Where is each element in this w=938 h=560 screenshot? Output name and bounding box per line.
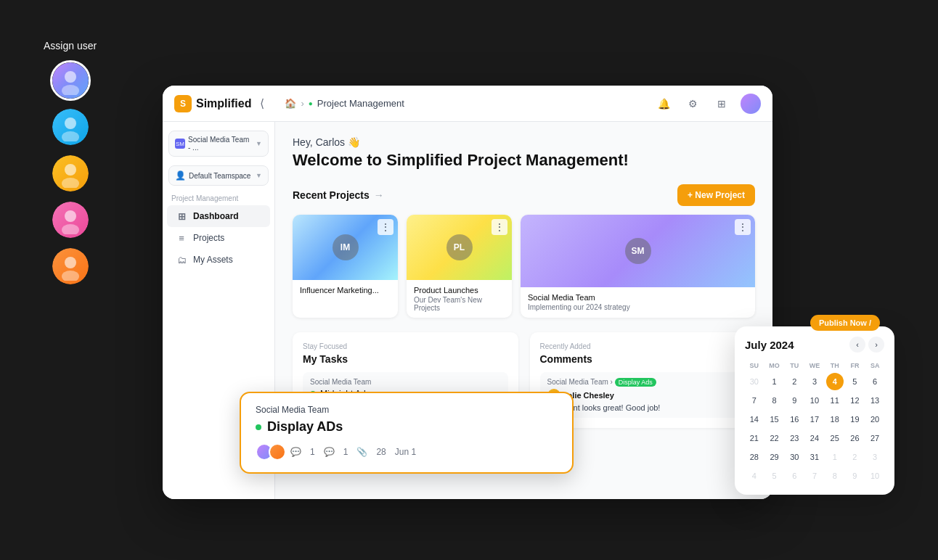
publish-now-badge[interactable]: Publish Now / (810, 315, 880, 331)
project-card-body-im: Influencer Marketing... (293, 280, 398, 302)
projects-grid: IM ⋮ Influencer Marketing... PL ⋮ (293, 215, 755, 318)
fc-date: Jun 1 (395, 447, 416, 457)
cal-day-30[interactable]: 30 (786, 448, 803, 466)
cal-day-aug1[interactable]: 1 (826, 448, 844, 466)
cal-day-27[interactable]: 27 (866, 429, 884, 447)
notifications-icon[interactable]: 🔔 (653, 94, 674, 114)
svg-point-8 (65, 257, 76, 268)
cal-day-1[interactable]: 1 (766, 373, 783, 390)
cal-day-14[interactable]: 14 (746, 411, 763, 428)
calendar-grid: SU MO TU WE TH FR SA 30 1 2 3 4 5 6 7 8 … (745, 360, 884, 485)
cal-day-6[interactable]: 6 (866, 373, 884, 390)
project-menu-btn-im[interactable]: ⋮ (378, 219, 393, 235)
task-team-label: Social Media Team (310, 378, 501, 386)
project-card-pl[interactable]: PL ⋮ Product Launches Our Dev Team's New… (407, 215, 512, 318)
cal-day-aug5[interactable]: 5 (766, 467, 783, 485)
avatar-5[interactable] (50, 246, 91, 287)
cal-day-25[interactable]: 25 (826, 429, 844, 447)
svg-point-3 (62, 131, 79, 141)
tasks-title: My Tasks (303, 353, 508, 365)
cal-day-13[interactable]: 13 (866, 392, 884, 409)
avatar-img-3 (52, 155, 89, 192)
logo-area: S Simplified (174, 95, 251, 112)
cal-header-fr: FR (846, 360, 865, 371)
cal-day-jun30[interactable]: 30 (746, 373, 763, 390)
cal-day-aug3[interactable]: 3 (866, 448, 884, 466)
cal-day-3[interactable]: 3 (806, 373, 823, 390)
cal-day-16[interactable]: 16 (786, 411, 803, 428)
cal-day-4-today[interactable]: 4 (826, 373, 844, 390)
cal-day-aug8[interactable]: 8 (826, 467, 844, 485)
project-menu-btn-sm[interactable]: ⋮ (735, 219, 751, 235)
breadcrumb-sep: › (301, 98, 303, 109)
cal-day-10[interactable]: 10 (806, 392, 823, 409)
project-card-im[interactable]: IM ⋮ Influencer Marketing... (293, 215, 398, 318)
cal-day-23[interactable]: 23 (786, 429, 803, 447)
cal-day-9[interactable]: 9 (786, 392, 803, 409)
project-desc-pl: Our Dev Team's New Projects (414, 296, 505, 312)
cal-day-aug2[interactable]: 2 (846, 448, 863, 466)
avatar-1[interactable] (50, 60, 91, 101)
comment-team: Social Media Team (547, 378, 608, 386)
cal-day-21[interactable]: 21 (746, 429, 763, 447)
calendar-prev-button[interactable]: ‹ (849, 337, 865, 353)
cal-day-19[interactable]: 19 (846, 411, 863, 428)
new-project-button[interactable]: + New Project (677, 184, 755, 206)
project-initials-im: IM (333, 234, 359, 260)
cal-day-26[interactable]: 26 (846, 429, 863, 447)
sidebar-item-projects-label: Projects (193, 233, 224, 243)
svg-point-4 (65, 164, 76, 176)
cal-day-31[interactable]: 31 (806, 448, 823, 466)
comments-title: Comments (540, 353, 746, 365)
avatar-4[interactable] (50, 199, 91, 240)
project-card-sm[interactable]: SM ⋮ Social Media Team Implementing our … (521, 215, 755, 318)
cal-day-7[interactable]: 7 (746, 392, 763, 409)
settings-icon[interactable]: ⚙ (682, 94, 703, 114)
sidebar-item-assets[interactable]: 🗂 My Assets (167, 249, 270, 271)
calendar-next-button[interactable]: › (868, 337, 884, 353)
apps-grid-icon[interactable]: ⊞ (711, 94, 732, 114)
fc-title: Display ADs (256, 419, 558, 435)
cal-day-24[interactable]: 24 (806, 429, 823, 447)
status-dot-icon: ● (309, 99, 313, 107)
cal-day-aug6[interactable]: 6 (786, 467, 803, 485)
calendar-card: Publish Now / July 2024 ‹ › SU MO TU WE … (735, 326, 894, 495)
avatar-3[interactable] (50, 153, 91, 194)
home-icon[interactable]: 🏠 (285, 98, 296, 109)
user-avatar-topbar[interactable] (741, 94, 761, 114)
sidebar-collapse-button[interactable]: ⟨ (260, 96, 264, 110)
cal-day-22[interactable]: 22 (766, 429, 783, 447)
workspace-selector[interactable]: SM Social Media Team - ... ▼ (168, 131, 269, 157)
cal-day-18[interactable]: 18 (826, 411, 844, 428)
svg-point-2 (65, 118, 76, 129)
cal-day-2[interactable]: 2 (786, 373, 803, 390)
breadcrumb: 🏠 › ● Project Management (285, 98, 645, 109)
cal-day-8[interactable]: 8 (766, 392, 783, 409)
project-menu-btn-pl[interactable]: ⋮ (492, 219, 507, 235)
cal-header-su: SU (745, 360, 764, 371)
cal-day-aug10[interactable]: 10 (866, 467, 884, 485)
cal-day-11[interactable]: 11 (826, 392, 844, 409)
cal-day-20[interactable]: 20 (866, 411, 884, 428)
project-card-body-sm: Social Media Team Implementing our 2024 … (521, 287, 755, 317)
recent-projects-title: Recent Projects → (293, 189, 384, 201)
cal-day-28[interactable]: 28 (746, 448, 763, 466)
svg-point-1 (62, 85, 79, 95)
comment-meta-sep: › (611, 378, 615, 386)
cal-day-5[interactable]: 5 (846, 373, 863, 390)
cal-day-17[interactable]: 17 (806, 411, 823, 428)
cal-day-aug4[interactable]: 4 (746, 467, 763, 485)
default-teamspace-selector[interactable]: 👤 Default Teamspace ▼ (168, 165, 269, 186)
cal-day-aug9[interactable]: 9 (846, 467, 863, 485)
cal-day-15[interactable]: 15 (766, 411, 783, 428)
floating-display-ads-card[interactable]: Social Media Team Display ADs 💬 1 💬 1 📎 … (240, 392, 574, 474)
cal-day-aug7[interactable]: 7 (806, 467, 823, 485)
svg-point-9 (62, 271, 79, 281)
sidebar-item-projects[interactable]: ≡ Projects (167, 227, 270, 249)
avatar-2[interactable] (50, 107, 91, 147)
sidebar-item-dashboard[interactable]: ⊞ Dashboard (167, 205, 270, 227)
cal-day-12[interactable]: 12 (846, 392, 863, 409)
greeting-text: Hey, Carlos 👋 (293, 136, 755, 148)
cal-day-29[interactable]: 29 (766, 448, 783, 466)
welcome-title: Welcome to Simplified Project Management… (293, 151, 755, 170)
